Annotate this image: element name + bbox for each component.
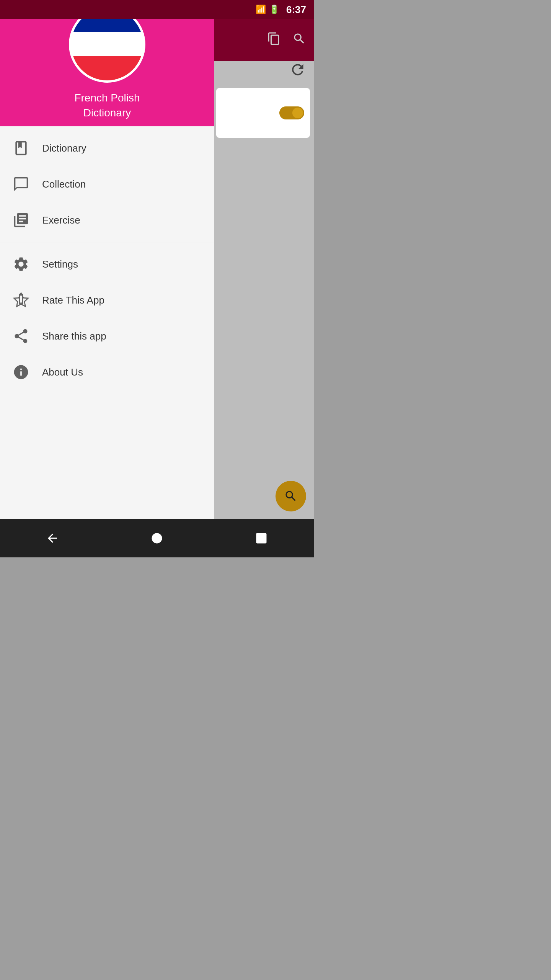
collection-icon bbox=[11, 175, 31, 194]
clipboard-icon[interactable] bbox=[267, 32, 281, 49]
sidebar-item-collection[interactable]: Collection bbox=[0, 166, 214, 202]
svg-rect-1 bbox=[256, 533, 267, 544]
action-bar bbox=[214, 19, 314, 61]
rate-icon bbox=[11, 291, 31, 310]
status-icons: 📶 🔋 6:37 bbox=[256, 4, 306, 16]
navigation-drawer: French Polish Dictionary Dictionary bbox=[0, 0, 214, 557]
sidebar-item-settings[interactable]: Settings bbox=[0, 246, 214, 282]
sidebar-item-exercise[interactable]: Exercise bbox=[0, 202, 214, 238]
svg-point-0 bbox=[152, 533, 162, 544]
navigation-bar bbox=[0, 519, 314, 557]
exercise-icon bbox=[11, 211, 31, 230]
sidebar-item-label: Rate This App bbox=[42, 294, 104, 306]
toggle-container[interactable] bbox=[279, 106, 304, 119]
refresh-button[interactable] bbox=[289, 61, 306, 80]
back-button[interactable] bbox=[46, 531, 59, 545]
toggle-switch[interactable] bbox=[279, 106, 304, 119]
toggle-knob bbox=[292, 108, 303, 118]
sidebar-item-label: Exercise bbox=[42, 214, 80, 226]
dictionary-icon bbox=[11, 139, 31, 158]
flag-red bbox=[71, 56, 143, 80]
fab-search-button[interactable] bbox=[276, 481, 306, 511]
recents-button[interactable] bbox=[254, 531, 268, 545]
sidebar-item-label: Collection bbox=[42, 178, 86, 190]
status-bar: 📶 🔋 6:37 bbox=[0, 0, 314, 19]
drawer-section-main: Dictionary Collection Exercise bbox=[0, 126, 214, 242]
drawer-section-secondary: Settings Rate This App bbox=[0, 242, 214, 394]
info-icon bbox=[11, 363, 31, 382]
sidebar-item-label: Dictionary bbox=[42, 142, 86, 154]
flag-white bbox=[71, 32, 143, 56]
signal-icon: 📶 bbox=[256, 5, 266, 15]
sidebar-item-dictionary[interactable]: Dictionary bbox=[0, 130, 214, 166]
app-title: French Polish Dictionary bbox=[74, 90, 140, 120]
sidebar-item-label: Share this app bbox=[42, 330, 106, 342]
drawer-items: Dictionary Collection Exercise bbox=[0, 126, 214, 557]
sidebar-item-label: About Us bbox=[42, 366, 83, 378]
share-icon bbox=[11, 327, 31, 346]
sidebar-item-label: Settings bbox=[42, 258, 78, 270]
home-button[interactable] bbox=[150, 531, 164, 545]
settings-icon bbox=[11, 255, 31, 274]
settings-card bbox=[216, 88, 310, 138]
status-time: 6:37 bbox=[286, 4, 306, 16]
battery-icon: 🔋 bbox=[269, 5, 279, 15]
sidebar-item-rate[interactable]: Rate This App bbox=[0, 282, 214, 318]
sidebar-item-about[interactable]: About Us bbox=[0, 354, 214, 390]
search-icon[interactable] bbox=[292, 32, 306, 49]
sidebar-item-share[interactable]: Share this app bbox=[0, 318, 214, 354]
